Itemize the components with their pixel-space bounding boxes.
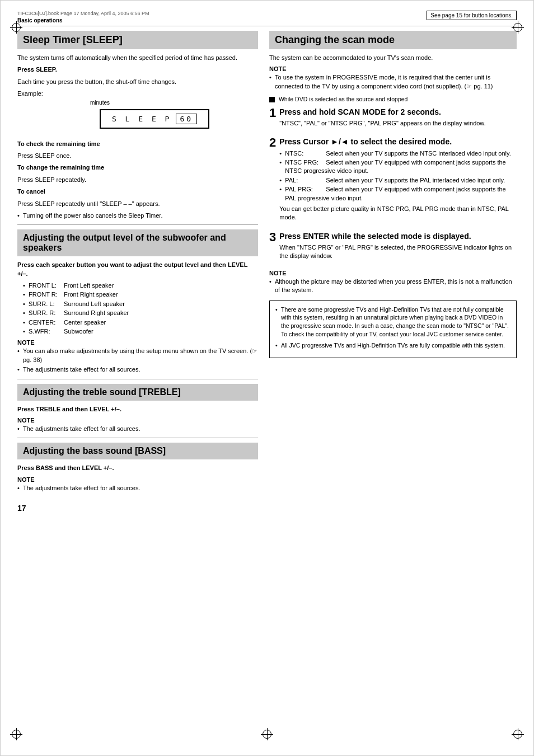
step2-block: 2 Press Cursor ►/◄ to select the desired… bbox=[269, 137, 517, 225]
step2-mode-item: NTSC PRG: Select when your TV equipped w… bbox=[279, 158, 517, 176]
check-time-heading: To check the remaining time bbox=[17, 140, 100, 147]
speaker-item: CENTER: Center speaker bbox=[23, 318, 258, 327]
step3-content: Press ENTER while the selected mode is d… bbox=[279, 231, 517, 264]
step2-quality-note: You can get better picture quality in NT… bbox=[279, 205, 517, 222]
treble-press-desc: Press TREBLE and then LEVEL +/–. bbox=[17, 405, 258, 414]
speaker-item: S.WFR: Subwoofer bbox=[23, 327, 258, 336]
treble-header: Adjusting the treble sound [TREBLE] bbox=[17, 384, 258, 401]
page-number: 17 bbox=[17, 504, 258, 513]
box-note-item: There are some progressive TVs and High-… bbox=[275, 306, 510, 339]
section-label: Basic operations bbox=[17, 17, 149, 24]
step1-number: 1 bbox=[269, 107, 276, 119]
bass-press-desc: Press BASS and then LEVEL +/–. bbox=[17, 464, 258, 472]
scan-note2-text: Although the picture may be distorted wh… bbox=[269, 278, 517, 295]
sleep-display-wrapper: S L E E P 60 bbox=[17, 107, 258, 134]
scan-mode-heading: Changing the scan mode bbox=[275, 34, 511, 46]
treble-note-item: The adjustments take effect for all sour… bbox=[17, 425, 258, 433]
step3-desc: When "NTSC PRG" or "PAL PRG" is selected… bbox=[279, 243, 517, 261]
scan-note1-text: To use the system in PROGRESSIVE mode, i… bbox=[269, 73, 517, 91]
bass-heading: Adjusting the bass sound [BASS] bbox=[23, 446, 252, 456]
sleep-timer-intro: The system turns off automatically when … bbox=[17, 54, 258, 62]
check-time-desc: Press SLEEP once. bbox=[17, 152, 258, 160]
sleep-display-text: S L E E P bbox=[112, 115, 171, 123]
sleep-timer-heading: Sleep Timer [SLEEP] bbox=[23, 34, 252, 46]
right-column: Changing the scan mode The system can be… bbox=[269, 31, 517, 513]
step2-number: 2 bbox=[269, 137, 276, 149]
change-time-heading: To change the remaining time bbox=[17, 164, 104, 171]
sleep-timer-header: Sleep Timer [SLEEP] bbox=[17, 31, 258, 49]
subwoofer-note-item: You can also make adjustments by using t… bbox=[17, 347, 258, 364]
bass-note: NOTE The adjustments take effect for all… bbox=[17, 476, 258, 492]
sleep-example-label: Example: bbox=[17, 90, 258, 98]
sleep-press-desc: Each time you press the button, the shut… bbox=[17, 78, 258, 86]
subwoofer-heading: Adjusting the output level of the subwoo… bbox=[23, 233, 252, 253]
main-content: Sleep Timer [SLEEP] The system turns off… bbox=[17, 31, 517, 513]
subwoofer-header: Adjusting the output level of the subwoo… bbox=[17, 229, 258, 256]
file-info: TIFC3C6[UJ].book Page 17 Monday, April 4… bbox=[17, 11, 149, 16]
box-note-item: All JVC progressive TVs and High-Definit… bbox=[275, 341, 510, 350]
corner-mark-bottom-center bbox=[263, 730, 271, 739]
step2-mode-item: PAL: Select when your TV supports the PA… bbox=[279, 176, 517, 185]
page-outer: TIFC3C6[UJ].book Page 17 Monday, April 4… bbox=[0, 0, 534, 756]
scan-mode-note1: NOTE To use the system in PROGRESSIVE mo… bbox=[269, 65, 517, 91]
scan-mode-header: Changing the scan mode bbox=[269, 31, 517, 49]
speaker-item: FRONT R: Front Right speaker bbox=[23, 290, 258, 299]
subwoofer-note: NOTE You can also make adjustments by us… bbox=[17, 339, 258, 374]
step1-heading: Press and hold SCAN MODE for 2 seconds. bbox=[279, 107, 517, 117]
subwoofer-note-item: The adjustments take effect for all sour… bbox=[17, 365, 258, 374]
step2-content: Press Cursor ►/◄ to select the desired m… bbox=[279, 137, 517, 225]
scan-mode-intro: The system can be accommodated to your T… bbox=[269, 54, 517, 62]
bass-header: Adjusting the bass sound [BASS] bbox=[17, 443, 258, 459]
cancel-desc2: • Turning off the power also cancels the… bbox=[17, 212, 258, 220]
top-bar: TIFC3C6[UJ].book Page 17 Monday, April 4… bbox=[17, 11, 517, 26]
subwoofer-note-title: NOTE bbox=[17, 339, 258, 346]
while-dvd: While DVD is selected as the source and … bbox=[269, 95, 517, 104]
step2-mode-item: NTSC: Select when your TV supports the N… bbox=[279, 149, 517, 158]
treble-heading: Adjusting the treble sound [TREBLE] bbox=[23, 387, 252, 397]
bass-note-title: NOTE bbox=[17, 476, 258, 483]
speaker-item: SURR. R: Surround Right speaker bbox=[23, 309, 258, 317]
sleep-minutes-label: minutes bbox=[90, 100, 258, 106]
sleep-press-heading: Press SLEEP. bbox=[17, 65, 258, 74]
sleep-display-value: 60 bbox=[176, 114, 197, 124]
corner-mark-br bbox=[513, 730, 522, 739]
subwoofer-press-desc: Press each speaker button you want to ad… bbox=[17, 261, 258, 278]
step3-number: 3 bbox=[269, 231, 276, 243]
step3-block: 3 Press ENTER while the selected mode is… bbox=[269, 231, 517, 264]
step1-content: Press and hold SCAN MODE for 2 seconds. … bbox=[279, 107, 517, 132]
change-time-desc: Press SLEEP repeatedly. bbox=[17, 176, 258, 184]
corner-mark-tl bbox=[12, 23, 21, 32]
step2-mode-item: PAL PRG: Select when your TV equipped wi… bbox=[279, 185, 517, 203]
cancel-heading: To cancel bbox=[17, 188, 45, 195]
speaker-item: FRONT L: Front Left speaker bbox=[23, 281, 258, 290]
step1-desc: "NTSC", "PAL" or "NTSC PRG", "PAL PRG" a… bbox=[279, 119, 517, 128]
left-column: Sleep Timer [SLEEP] The system turns off… bbox=[17, 31, 258, 513]
bass-note-item: The adjustments take effect for all sour… bbox=[17, 484, 258, 492]
corner-mark-tr bbox=[513, 23, 522, 32]
scan-note2-section: NOTE Although the picture may be distort… bbox=[269, 270, 517, 295]
treble-note: NOTE The adjustments take effect for all… bbox=[17, 417, 258, 433]
speaker-list: FRONT L: Front Left speakerFRONT R: Fron… bbox=[17, 281, 258, 336]
treble-note-title: NOTE bbox=[17, 417, 258, 424]
step3-heading: Press ENTER while the selected mode is d… bbox=[279, 231, 517, 241]
scan-box-note: There are some progressive TVs and High-… bbox=[269, 300, 517, 358]
speaker-item: SURR. L: Surround Left speaker bbox=[23, 300, 258, 308]
step1-block: 1 Press and hold SCAN MODE for 2 seconds… bbox=[269, 107, 517, 132]
cancel-desc1: Press SLEEP repeatedly until "SLEEP – –"… bbox=[17, 200, 258, 208]
see-page-box: See page 15 for button locations. bbox=[427, 11, 517, 20]
sleep-display: S L E E P 60 bbox=[100, 109, 209, 129]
corner-mark-bl bbox=[12, 730, 21, 739]
step2-heading: Press Cursor ►/◄ to select the desired m… bbox=[279, 137, 517, 147]
scan-note1-title: NOTE bbox=[269, 65, 517, 72]
scan-note2-title: NOTE bbox=[269, 270, 517, 276]
